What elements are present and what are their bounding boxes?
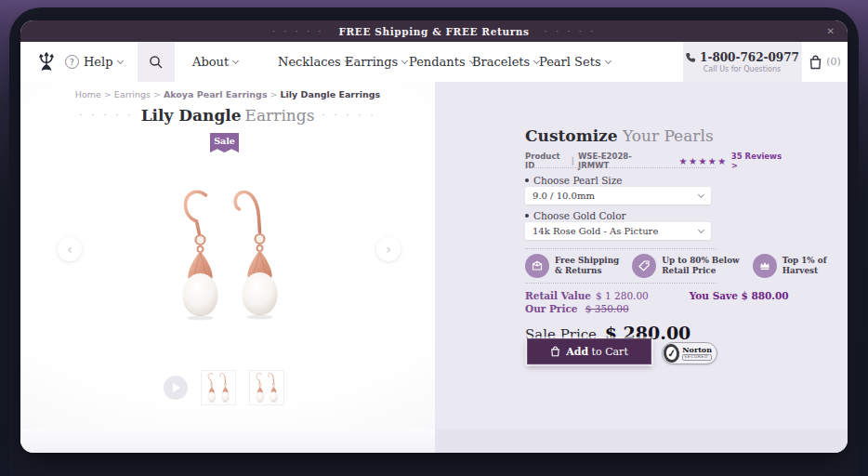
thumbnail-2[interactable] [249, 370, 284, 405]
carousel-prev-button[interactable]: ‹ [58, 237, 82, 261]
nav-label: Pearl Sets [539, 55, 601, 69]
checkmark-icon: ✓ [663, 343, 681, 364]
cart-button[interactable]: (0) [801, 42, 848, 82]
feature-text: Top 1% of [783, 256, 827, 265]
breadcrumb-separator: > [270, 89, 278, 99]
norton-secured-badge: ✓ Norton SECURED [662, 342, 717, 364]
product-title: · · · · ·Lily DangleEarrings· · · · · [20, 106, 435, 125]
retail-value-amount: $ 1 280.00 [596, 290, 649, 301]
next-section-strip [20, 430, 848, 453]
carousel-next-button[interactable]: › [376, 237, 401, 261]
you-save-amount: $ 880.00 [741, 290, 788, 301]
title-dots-left: · · · · · [79, 110, 133, 122]
chevron-left-icon: ‹ [67, 242, 72, 257]
norton-name: Norton [682, 346, 712, 353]
breadcrumb-separator: > [104, 89, 112, 99]
breadcrumb-current: Lily Dangle Earrings [281, 89, 381, 99]
nav-item-bracelets[interactable]: Bracelets [472, 42, 539, 82]
thumbnail-earrings-image [253, 372, 281, 403]
customize-heading-bold: Customize [525, 126, 618, 145]
dotted-divider [525, 283, 716, 284]
add-to-cart-rest: to Cart [592, 346, 628, 358]
nav-item-pearl-sets[interactable]: Pearl Sets [539, 42, 611, 82]
cart-bag-icon [809, 55, 822, 70]
nav-label: Pendants [409, 55, 466, 69]
window-frame: · · · · · FREE Shipping & FREE Returns ·… [9, 7, 859, 476]
reviews-link[interactable]: 35 Reviews > [731, 152, 785, 170]
title-dots-right: · · · · · [322, 110, 375, 122]
feature-badges: Free Shipping& Returns Up to 80% BelowRe… [525, 254, 832, 278]
thumbnail-1[interactable] [201, 370, 236, 405]
pearl-size-label-text: Choose Pearl Size [533, 175, 622, 186]
gold-color-label-text: Choose Gold Color [533, 210, 626, 221]
feature-text: & Returns [555, 266, 601, 275]
video-play-button[interactable] [164, 376, 188, 400]
thumbnail-earrings-image [204, 372, 232, 403]
dotted-divider [525, 248, 716, 249]
gold-color-value: 14k Rose Gold - As Picture [533, 226, 658, 236]
breadcrumb-home[interactable]: Home [75, 89, 101, 99]
nav-item-pendants[interactable]: Pendants [409, 42, 475, 82]
play-icon [173, 383, 180, 392]
our-price-amount: $ 350.00 [585, 303, 629, 314]
product-title-bold: Lily Dangle [141, 106, 242, 125]
add-to-cart-bold: Add [566, 346, 588, 358]
pearl-size-select[interactable]: 9.0 / 10.0mm [525, 187, 711, 205]
nav-item-necklaces[interactable]: Necklaces [278, 42, 350, 82]
our-price-label: Our Price [525, 303, 577, 314]
breadcrumb-earrings[interactable]: Earrings [114, 89, 151, 99]
pricing-block: Retail Value $ 1 280.00 You Save $ 880.0… [525, 290, 804, 343]
dotted-divider [525, 167, 716, 168]
chevron-down-icon [232, 57, 239, 63]
nav-help[interactable]: ? Help [65, 42, 123, 82]
you-save-label: You Save [690, 290, 738, 301]
banner-dots-left: · · · · · [272, 26, 324, 36]
phone-number: 1-800-762-0977 [700, 51, 799, 64]
product-gallery-panel: Home>Earrings>Akoya Pearl Earrings>Lily … [20, 82, 435, 430]
nav-item-about[interactable]: About [192, 42, 238, 82]
promo-banner: · · · · · FREE Shipping & FREE Returns ·… [20, 20, 848, 42]
search-button[interactable] [138, 42, 175, 82]
help-question-icon: ? [65, 55, 79, 69]
phone-contact[interactable]: 1-800-762-0977 Call Us for Questions [683, 42, 801, 82]
feature-top-harvest: Top 1% ofHarvest [753, 254, 827, 278]
phone-subtext: Call Us for Questions [704, 65, 782, 73]
product-id-separator: | [572, 156, 574, 165]
gold-color-select[interactable]: 14k Rose Gold - As Picture [525, 222, 711, 240]
feature-text: Harvest [783, 266, 818, 275]
bullet-icon [525, 214, 529, 218]
shipping-box-icon [525, 254, 549, 278]
pearl-size-label: Choose Pearl Size [525, 175, 622, 186]
chevron-down-icon [698, 191, 704, 197]
customize-heading: Customize Your Pearls [525, 126, 714, 145]
bag-icon [550, 346, 560, 357]
feature-text: Up to 80% Below [662, 256, 739, 265]
price-tag-icon [632, 254, 656, 278]
feature-below-retail: Up to 80% BelowRetail Price [632, 254, 739, 278]
strip-left [20, 430, 435, 453]
norton-secured-text: SECURED [682, 354, 712, 362]
pearl-size-value: 9.0 / 10.0mm [533, 191, 595, 201]
breadcrumb: Home>Earrings>Akoya Pearl Earrings>Lily … [20, 89, 435, 99]
feature-text: Retail Price [662, 266, 716, 275]
search-icon [149, 55, 164, 70]
nav-item-earrings[interactable]: Earrings [345, 42, 407, 82]
breadcrumb-akoya[interactable]: Akoya Pearl Earrings [164, 89, 268, 99]
nav-label: Earrings [345, 55, 398, 69]
product-title-light: Earrings [245, 106, 315, 125]
nav-label: Necklaces [278, 55, 341, 69]
phone-icon [685, 52, 696, 63]
nav-label: Bracelets [472, 55, 530, 69]
brand-logo[interactable] [37, 42, 56, 82]
main-nav: ? Help About Necklaces Earrings Pendants [20, 42, 848, 82]
product-image-earrings [169, 186, 290, 324]
feature-text: Free Shipping [555, 256, 619, 265]
gold-color-label: Choose Gold Color [525, 210, 626, 221]
banner-close-icon[interactable]: ✕ [827, 20, 835, 42]
nav-label: About [192, 55, 229, 69]
banner-dots-right: · · · · · [545, 26, 597, 36]
sale-ribbon-badge: Sale [210, 133, 239, 152]
strip-right [435, 430, 848, 453]
add-to-cart-button[interactable]: Add to Cart [527, 338, 651, 364]
retail-value-label: Retail Value [525, 290, 591, 301]
